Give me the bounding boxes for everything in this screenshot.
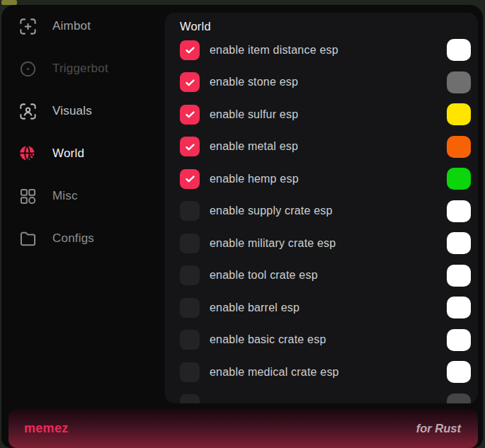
world-settings-panel: World enable item distance esp enable st… xyxy=(165,13,478,403)
esp-option-row: enable barrel esp xyxy=(165,292,478,324)
brand-tagline: for Rust xyxy=(416,422,461,435)
esp-color-swatch[interactable] xyxy=(447,232,471,254)
cheat-menu-window: Aimbot Triggerbot xyxy=(1,5,483,448)
esp-color-swatch[interactable] xyxy=(447,200,471,222)
esp-checkbox[interactable] xyxy=(180,137,200,156)
sidebar-item-triggerbot[interactable]: Triggerbot xyxy=(1,47,161,90)
esp-color-swatch[interactable] xyxy=(447,265,471,287)
sidebar-item-label: Visuals xyxy=(52,104,92,118)
checkmark-icon xyxy=(184,76,196,88)
sidebar-item-label: Misc xyxy=(52,189,78,203)
esp-checkbox[interactable] xyxy=(180,201,200,221)
esp-color-swatch[interactable] xyxy=(447,329,471,351)
sidebar-item-configs[interactable]: Configs xyxy=(1,217,161,260)
esp-option-row: enable item distance esp xyxy=(165,34,478,67)
checkmark-icon xyxy=(184,44,196,56)
esp-option-row: enable medical crate esp xyxy=(165,356,478,389)
crosshair-scan-icon xyxy=(18,17,38,36)
categories-icon xyxy=(18,187,38,206)
sidebar-item-label: World xyxy=(52,147,84,161)
person-scan-icon xyxy=(18,102,38,121)
esp-checkbox[interactable] xyxy=(180,394,200,403)
esp-checkbox[interactable] xyxy=(180,362,200,382)
esp-option-label: enable item distance esp xyxy=(210,44,338,57)
esp-option-row: enable basic crate esp xyxy=(165,324,478,357)
esp-checkbox[interactable] xyxy=(180,265,200,285)
esp-option-row: enable supply crate esp xyxy=(165,195,478,228)
esp-option-list: enable item distance esp enable stone es… xyxy=(165,34,478,403)
esp-checkbox[interactable] xyxy=(180,40,200,60)
esp-color-swatch[interactable] xyxy=(447,394,471,403)
sidebar-item-label: Configs xyxy=(52,231,94,246)
brand-name: memez xyxy=(24,421,69,436)
esp-color-swatch[interactable] xyxy=(447,297,471,318)
esp-option-label: enable supply crate esp xyxy=(210,205,333,217)
esp-option-label: enable tool crate esp xyxy=(210,269,318,282)
esp-option-row: enable sulfur esp xyxy=(165,98,478,131)
esp-option-row: enable stone esp xyxy=(165,67,478,99)
esp-option-label: enable stone esp xyxy=(210,76,298,88)
esp-checkbox[interactable] xyxy=(180,234,200,253)
sidebar-item-visuals[interactable]: Visuals xyxy=(1,90,161,132)
esp-option-label: enable military crate esp xyxy=(210,237,336,250)
esp-color-swatch[interactable] xyxy=(447,103,471,125)
folder-icon xyxy=(18,229,38,248)
sidebar-item-aimbot[interactable]: Aimbot xyxy=(1,5,161,47)
panel-title: World xyxy=(180,19,478,34)
esp-checkbox[interactable] xyxy=(180,169,200,189)
esp-color-swatch[interactable] xyxy=(447,39,471,61)
esp-option-row: enable military crate esp xyxy=(165,227,478,260)
esp-option-label: enable medical crate esp xyxy=(210,366,339,379)
checkmark-icon xyxy=(184,108,196,120)
esp-checkbox[interactable] xyxy=(180,298,200,318)
esp-color-swatch[interactable] xyxy=(447,71,471,93)
sidebar-item-label: Aimbot xyxy=(52,19,91,33)
footer-bar: memez for Rust xyxy=(8,409,478,448)
esp-option-label: enable metal esp xyxy=(210,140,298,153)
sidebar: Aimbot Triggerbot xyxy=(1,5,161,260)
esp-option-label: enable barrel esp xyxy=(210,301,299,314)
esp-color-swatch[interactable] xyxy=(447,361,471,383)
sidebar-item-misc[interactable]: Misc xyxy=(1,175,161,217)
esp-option-label: enable hemp esp xyxy=(210,173,299,185)
esp-checkbox[interactable] xyxy=(180,72,200,92)
target-circle-icon xyxy=(18,59,38,79)
esp-color-swatch[interactable] xyxy=(447,136,471,158)
esp-checkbox[interactable] xyxy=(180,330,200,350)
globe-icon xyxy=(18,144,38,163)
checkmark-icon xyxy=(184,173,196,185)
esp-option-row: enable tool crate esp xyxy=(165,260,478,292)
checkmark-icon xyxy=(184,141,196,153)
esp-color-swatch[interactable] xyxy=(447,168,471,190)
sidebar-item-label: Triggerbot xyxy=(52,62,108,76)
esp-option-label: enable sulfur esp xyxy=(210,108,298,121)
esp-option-row: enable hemp esp xyxy=(165,163,478,195)
sidebar-item-world[interactable]: World xyxy=(1,132,161,175)
esp-checkbox[interactable] xyxy=(180,105,200,125)
esp-option-row: enable metal esp xyxy=(165,131,478,163)
esp-option-row xyxy=(165,389,478,404)
background-game-artifact xyxy=(1,0,17,5)
esp-option-label: enable basic crate esp xyxy=(210,333,326,346)
